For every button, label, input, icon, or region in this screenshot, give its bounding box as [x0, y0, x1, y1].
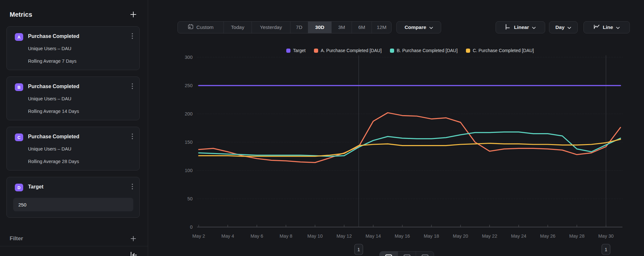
kebab-icon — [132, 33, 133, 40]
line-chart-canvas[interactable]: 050100150200250300May 2May 4May 6May 8Ma… — [148, 32, 644, 256]
metrics-header: Metrics — [0, 10, 148, 19]
chart-type-select-button[interactable]: Line — [583, 21, 630, 33]
y-axis-label: 200 — [185, 111, 193, 116]
x-axis-label: May 8 — [279, 233, 292, 239]
add-filter-button[interactable] — [129, 234, 138, 243]
metrics-panel-title: Metrics — [10, 11, 32, 18]
x-axis-label: May 14 — [365, 233, 381, 239]
filter-panel-title: Filter — [10, 235, 23, 242]
target-options-button[interactable] — [128, 182, 137, 192]
x-axis-label: May 30 — [598, 233, 614, 239]
metric-card-a[interactable]: A Purchase Completed Unique Users – DAU … — [6, 26, 140, 70]
metric-card-c[interactable]: C Purchase Completed Unique Users – DAU … — [6, 127, 140, 170]
x-axis-label: May 26 — [540, 233, 555, 239]
chevron-down-icon — [567, 25, 571, 31]
y-axis-label: 250 — [185, 83, 193, 88]
series-line-b — [199, 132, 620, 156]
target-value-input[interactable] — [13, 198, 133, 211]
kebab-icon — [132, 184, 133, 190]
split-view-icon — [421, 254, 429, 256]
chevron-down-icon — [429, 25, 433, 31]
kebab-icon — [132, 83, 133, 90]
x-axis-label: May 4 — [222, 233, 234, 239]
linear-scale-icon — [505, 24, 511, 31]
range-3m-button[interactable]: 3M — [331, 22, 352, 33]
x-axis-label: May 28 — [569, 233, 585, 239]
view-toggle-table[interactable] — [398, 251, 416, 256]
range-6m-button[interactable]: 6M — [352, 22, 372, 33]
collapse-sidebar-button[interactable] — [128, 251, 138, 256]
x-axis-label: May 22 — [482, 233, 497, 239]
metrics-sidebar: Metrics A Purchase Completed Unique User… — [0, 0, 148, 256]
range-today-button[interactable]: Today — [223, 22, 251, 33]
metric-badge-c: C — [15, 133, 23, 141]
view-toggle-split[interactable] — [416, 251, 434, 256]
sidebar-divider — [0, 246, 148, 246]
metric-title: Purchase Completed — [28, 134, 79, 140]
metric-title: Purchase Completed — [28, 33, 79, 39]
range-yesterday-button[interactable]: Yesterday — [251, 22, 290, 33]
metric-options-button[interactable] — [128, 81, 137, 92]
compare-button[interactable]: Compare — [396, 21, 441, 33]
annotation-badge-label: 1 — [357, 247, 360, 252]
x-axis-label: May 24 — [511, 233, 526, 239]
target-title: Target — [28, 184, 43, 190]
y-axis-label: 0 — [190, 224, 193, 230]
y-axis-label: 300 — [185, 55, 193, 60]
metric-title: Purchase Completed — [28, 84, 79, 89]
metric-badge-b: B — [15, 83, 23, 91]
range-custom-button[interactable]: Custom — [178, 22, 223, 33]
kebab-icon — [132, 133, 133, 140]
add-metric-button[interactable] — [129, 10, 138, 19]
date-range-picker: Custom Today Yesterday 7D 30D 3M 6M 12M — [177, 21, 392, 33]
metrics-dashboard: Metrics A Purchase Completed Unique User… — [0, 0, 644, 256]
chevron-down-icon — [532, 25, 536, 31]
plus-icon — [130, 11, 137, 18]
range-12m-button[interactable]: 12M — [372, 22, 391, 33]
calendar-icon — [188, 24, 194, 31]
range-7d-button[interactable]: 7D — [290, 22, 308, 33]
scale-select-button[interactable]: Linear — [496, 21, 545, 33]
x-axis-label: May 16 — [395, 233, 410, 239]
table-view-icon — [403, 254, 411, 256]
x-axis-label: May 12 — [336, 233, 352, 239]
metric-rolling-window: Rolling Average 14 Days — [28, 109, 79, 114]
x-axis-label: May 20 — [453, 233, 468, 239]
metric-rolling-window: Rolling Average 28 Days — [28, 159, 79, 164]
metric-options-button[interactable] — [128, 132, 137, 142]
plus-icon — [130, 235, 137, 242]
range-30d-button[interactable]: 30D — [308, 22, 331, 33]
view-switcher — [379, 251, 434, 256]
y-axis-label: 150 — [185, 140, 193, 145]
metric-card-b[interactable]: B Purchase Completed Unique Users – DAU … — [6, 77, 140, 120]
chart-view-icon — [385, 254, 392, 256]
metric-options-button[interactable] — [128, 31, 137, 41]
metric-badge-a: A — [15, 33, 23, 41]
metric-measure: Unique Users – DAU — [28, 146, 71, 151]
metric-measure: Unique Users – DAU — [28, 46, 71, 51]
series-line-c — [199, 139, 620, 156]
target-card[interactable]: D Target — [6, 177, 140, 218]
granularity-select-button[interactable]: Day — [549, 21, 578, 33]
annotation-badge-label: 1 — [605, 247, 607, 252]
metric-measure: Unique Users – DAU — [28, 96, 71, 101]
filter-header: Filter — [0, 234, 148, 243]
x-axis-label: May 2 — [192, 233, 205, 239]
metric-badge-d: D — [15, 184, 23, 191]
x-axis-label: May 6 — [251, 233, 263, 239]
x-axis-label: May 18 — [424, 233, 439, 239]
x-axis-label: May 10 — [308, 233, 323, 239]
y-axis-label: 100 — [185, 168, 193, 173]
y-axis-label: 50 — [187, 196, 193, 201]
chevron-down-icon — [616, 25, 620, 31]
view-toggle-chart[interactable] — [380, 251, 398, 256]
metric-rolling-window: Rolling Average 7 Days — [28, 59, 76, 64]
line-chart-icon — [593, 24, 600, 31]
